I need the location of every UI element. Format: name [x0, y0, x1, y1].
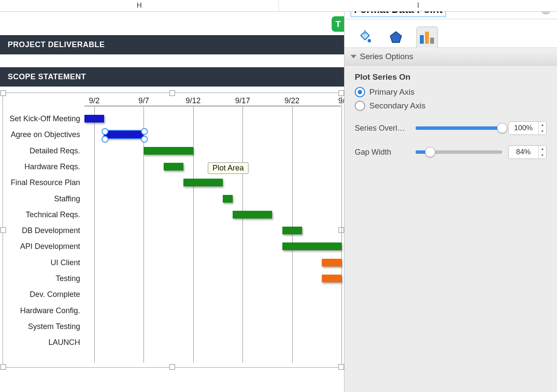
column-header-row: H I	[0, 0, 557, 12]
worksheet-area: T PROJECT DELIVERABLE SCOPE STATEMENT 9/…	[0, 11, 344, 392]
axis-line	[84, 106, 341, 106]
series-options-header[interactable]: Series Options	[344, 48, 557, 66]
series-overlap-slider[interactable]	[416, 126, 502, 130]
date-axis: 9/29/79/129/179/229/	[84, 96, 341, 105]
series-overlap-value: 100%	[509, 122, 538, 135]
slider-thumb[interactable]	[497, 123, 507, 133]
stepper-up-icon[interactable]: ▲	[539, 122, 546, 128]
svg-rect-0	[364, 30, 365, 34]
fill-tab[interactable]	[355, 27, 375, 48]
gridline	[94, 106, 95, 363]
gridline	[341, 106, 342, 363]
gridline	[193, 106, 194, 363]
secondary-axis-label: Secondary Axis	[369, 101, 425, 111]
gantt-bar[interactable]	[282, 227, 302, 234]
gantt-chart[interactable]: 9/29/79/129/179/229/ Set Kick-Off Meetin…	[3, 93, 342, 368]
gap-width-input[interactable]: 84% ▲ ▼	[508, 145, 547, 159]
gap-width-value: 84%	[509, 146, 538, 159]
series-options-body: Plot Series On Primary Axis Secondary Ax…	[344, 66, 557, 159]
series-options-tab[interactable]	[416, 27, 438, 48]
date-tick: 9/22	[284, 96, 299, 105]
gridline	[144, 106, 144, 363]
task-label: Detailed Reqs.	[30, 146, 80, 155]
svg-point-1	[368, 39, 371, 42]
primary-axis-label: Primary Axis	[369, 87, 415, 97]
date-tick: 9/17	[235, 96, 250, 105]
task-label: Hardware Config.	[20, 306, 80, 315]
gap-width-row: Gap Width 84% ▲ ▼	[355, 145, 547, 159]
format-panel-tabs	[344, 19, 557, 48]
task-label: DB Development	[22, 226, 80, 235]
resize-handle[interactable]	[338, 364, 344, 370]
task-label: Testing	[56, 274, 80, 283]
task-label: Staffing	[54, 194, 80, 203]
gantt-bar[interactable]	[183, 179, 223, 186]
stepper-down-icon[interactable]: ▼	[539, 152, 546, 159]
series-options-label: Series Options	[360, 52, 413, 61]
task-label: Technical Reqs.	[26, 210, 80, 219]
gap-width-slider[interactable]	[416, 150, 502, 154]
task-label: API Development	[20, 242, 80, 251]
column-header-H[interactable]: H	[0, 0, 279, 11]
stepper-down-icon[interactable]: ▼	[539, 128, 546, 135]
gantt-bar[interactable]	[84, 115, 104, 123]
format-panel: Format Data Point Series Options Plot Se…	[344, 0, 557, 392]
gantt-bar[interactable]	[104, 131, 144, 138]
primary-axis-radio[interactable]: Primary Axis	[355, 87, 547, 97]
radio-icon	[355, 87, 365, 97]
plot-series-on-label: Plot Series On	[355, 72, 547, 82]
series-overlap-input[interactable]: 100% ▲ ▼	[508, 121, 547, 135]
svg-marker-2	[390, 32, 401, 42]
task-label: Agree on Objectives	[11, 130, 80, 139]
column-header-I[interactable]: I	[279, 0, 557, 11]
gantt-bar[interactable]	[282, 242, 341, 250]
svg-rect-5	[430, 38, 434, 44]
gantt-bar[interactable]	[233, 211, 272, 218]
gantt-bar[interactable]	[223, 195, 233, 203]
task-label: Dev. Complete	[30, 290, 80, 299]
scope-statement-header: SCOPE STATEMENT	[0, 67, 344, 87]
gantt-bar[interactable]	[164, 163, 183, 171]
radio-icon	[355, 101, 365, 111]
project-deliverable-header: PROJECT DELIVERABLE	[0, 35, 344, 54]
gap-width-label: Gap Width	[355, 148, 410, 157]
task-label: Final Resource Plan	[11, 178, 80, 187]
plot-area-tooltip: Plot Area	[208, 162, 249, 174]
datapoint-handle[interactable]	[141, 128, 148, 135]
date-tick: 9/2	[89, 96, 100, 105]
task-label: Hardware Reqs.	[24, 162, 80, 171]
resize-handle[interactable]	[170, 364, 175, 370]
date-tick: 9/7	[138, 96, 149, 105]
shape-tab[interactable]	[386, 27, 406, 48]
task-label: Set Kick-Off Meeting	[9, 114, 80, 123]
gantt-bar[interactable]	[322, 259, 341, 266]
series-overlap-label: Series Overl…	[355, 124, 410, 133]
series-overlap-row: Series Overl… 100% ▲ ▼	[355, 121, 547, 135]
datapoint-handle[interactable]	[102, 136, 108, 143]
gantt-bar[interactable]	[322, 275, 341, 282]
resize-handle[interactable]	[170, 90, 175, 96]
toolbar-green-button[interactable]: T	[332, 16, 344, 32]
resize-handle[interactable]	[0, 90, 6, 96]
task-label: LAUNCH	[48, 338, 80, 347]
date-tick: 9/12	[186, 96, 201, 105]
task-label: UI Client	[51, 258, 80, 267]
gridline	[243, 106, 243, 363]
resize-handle[interactable]	[0, 364, 6, 370]
plot-area[interactable]	[84, 106, 341, 363]
secondary-axis-radio[interactable]: Secondary Axis	[355, 101, 547, 111]
gantt-bar[interactable]	[144, 147, 193, 155]
slider-thumb[interactable]	[425, 147, 435, 157]
svg-rect-3	[420, 35, 424, 44]
resize-handle[interactable]	[338, 90, 344, 96]
chevron-down-icon	[350, 55, 356, 58]
svg-rect-4	[425, 32, 429, 44]
task-axis: Set Kick-Off MeetingAgree on ObjectivesD…	[3, 106, 84, 363]
task-label: System Testing	[28, 322, 80, 331]
datapoint-handle[interactable]	[141, 136, 148, 143]
stepper-up-icon[interactable]: ▲	[539, 146, 546, 152]
